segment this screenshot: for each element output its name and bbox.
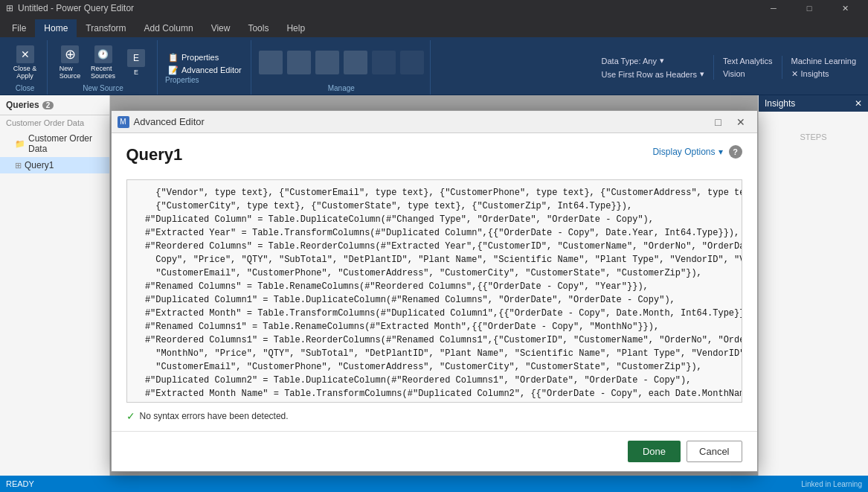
advanced-editor-dialog: M Advanced Editor □ ✕ Query1 Display xyxy=(111,110,758,472)
title-bar-left: ⊞ Untitled - Power Query Editor xyxy=(6,3,134,13)
properties-icon: 📋 xyxy=(168,53,179,63)
query-name-title: Query1 xyxy=(126,145,183,164)
dialog-titlebar: M Advanced Editor □ ✕ xyxy=(112,111,757,133)
icon-4[interactable] xyxy=(344,51,367,74)
status-bar: READY Linked in Learning xyxy=(0,476,868,492)
new-source-button[interactable]: ⊕ NewSource xyxy=(55,44,85,81)
code-editor[interactable]: {"Vendor", type text}, {"CustomerEmail",… xyxy=(126,179,742,403)
status-ready: READY xyxy=(6,479,34,488)
advanced-editor-icon: 📝 xyxy=(168,66,179,75)
linkedin-learning: Linked in Learning xyxy=(801,480,862,488)
title-bar-controls: ─ □ ✕ xyxy=(756,0,862,16)
recent-sources-button[interactable]: 🕐 RecentSources xyxy=(88,44,118,81)
tab-help[interactable]: Help xyxy=(277,19,314,37)
app-icon: ⊞ xyxy=(6,3,13,13)
dialog-title-left: M Advanced Editor xyxy=(118,116,205,128)
right-panel-content: STEPS xyxy=(759,127,868,153)
close-apply-icon: ✕ xyxy=(16,45,34,63)
ribbon-group-close: ✕ Close &Apply Close xyxy=(3,40,48,95)
tab-home[interactable]: Home xyxy=(35,19,77,37)
tab-transform[interactable]: Transform xyxy=(77,19,135,37)
first-row-button[interactable]: Use First Row as Headers ▾ xyxy=(599,68,707,80)
tab-tools[interactable]: Tools xyxy=(239,19,277,37)
sidebar-item-label-2: Query1 xyxy=(25,160,54,170)
icon-2[interactable] xyxy=(287,51,311,74)
dialog-maximize-button[interactable]: □ xyxy=(708,113,729,131)
ribbon: ✕ Close &Apply Close ⊕ NewSource 🕐 Recen… xyxy=(0,37,868,95)
queries-count: 2 xyxy=(42,101,54,109)
maximize-button[interactable]: □ xyxy=(792,0,826,16)
new-source-label: New Source xyxy=(83,84,123,95)
sidebar-item-label: Customer Order Data xyxy=(28,133,103,154)
right-panel-header: Insights ✕ xyxy=(759,95,868,112)
tab-add-column[interactable]: Add Column xyxy=(135,19,202,37)
data-type-button[interactable]: Data Type: Any ▾ xyxy=(599,55,707,66)
right-panel: Insights ✕ STEPS xyxy=(758,95,868,476)
ribbon-group-new-source: ⊕ NewSource 🕐 RecentSources E E New Sour… xyxy=(49,40,158,95)
folder-icon: 📁 xyxy=(15,139,25,149)
dialog-close-button[interactable]: ✕ xyxy=(730,113,751,131)
close-button[interactable]: ✕ xyxy=(828,0,862,16)
dialog-body: Query1 Display Options ▾ ? {" xyxy=(112,133,757,431)
close-apply-button[interactable]: ✕ Close &Apply xyxy=(10,44,40,81)
queries-header: Queries 2 xyxy=(0,95,109,115)
sidebar: Queries 2 Customer Order Data 📁 Customer… xyxy=(0,95,110,476)
enter-data-button[interactable]: E E xyxy=(121,48,151,77)
icon-5 xyxy=(372,51,396,74)
display-options-chevron: ▾ xyxy=(718,147,723,157)
icon-6 xyxy=(400,51,424,74)
dialog-footer: Done Cancel xyxy=(112,431,757,471)
sidebar-item-query1[interactable]: ⊞ Query1 xyxy=(0,157,109,173)
close-group-label: Close xyxy=(16,84,35,95)
sidebar-item-customer-order-data[interactable]: 📁 Customer Order Data xyxy=(0,130,109,157)
ribbon-group-manage: Manage xyxy=(253,40,431,95)
icon-3[interactable] xyxy=(315,51,339,74)
help-icon[interactable]: ? xyxy=(729,145,742,159)
display-options-button[interactable]: Display Options ▾ xyxy=(652,147,722,157)
dialog-title-text: Advanced Editor xyxy=(134,116,205,127)
dialog-controls: □ ✕ xyxy=(708,113,751,131)
tab-file[interactable]: File xyxy=(3,19,35,37)
icon-1[interactable] xyxy=(259,51,283,74)
window-title: Untitled - Power Query Editor xyxy=(18,3,134,13)
machine-learning-button[interactable]: Machine Learning xyxy=(788,56,859,66)
dialog-options-row: Display Options ▾ ? xyxy=(652,145,742,159)
content-area: M Advanced Editor □ ✕ Query1 Display xyxy=(110,95,758,476)
status-row: ✓ No syntax errors have been detected. xyxy=(126,410,742,422)
right-panel-title: Insights xyxy=(765,98,795,109)
new-source-icon: ⊕ xyxy=(61,45,79,63)
minimize-button[interactable]: ─ xyxy=(756,0,791,16)
status-check-icon: ✓ xyxy=(126,410,135,422)
insights-button[interactable]: ✕ Insights xyxy=(788,68,859,80)
tab-view[interactable]: View xyxy=(202,19,239,37)
ribbon-tabs: File Home Transform Add Column View Tool… xyxy=(0,16,868,37)
status-text: No syntax errors have been detected. xyxy=(140,411,289,421)
cancel-button[interactable]: Cancel xyxy=(687,441,742,462)
queries-label: Queries xyxy=(6,100,39,110)
recent-sources-icon: 🕐 xyxy=(94,45,112,63)
enter-data-icon: E xyxy=(127,49,145,67)
query-icon: ⊞ xyxy=(15,161,22,170)
close-insights-icon: ✕ xyxy=(791,69,798,79)
vision-button[interactable]: Vision xyxy=(720,68,776,79)
modal-overlay: M Advanced Editor □ ✕ Query1 Display xyxy=(110,95,758,476)
properties-button[interactable]: 📋 Properties xyxy=(165,52,245,63)
data-type-chevron: ▾ xyxy=(660,56,664,66)
text-analytics-button[interactable]: Text Analytics xyxy=(720,56,776,66)
done-button[interactable]: Done xyxy=(628,441,681,462)
advanced-editor-button[interactable]: 📝 Advanced Editor xyxy=(165,65,245,76)
first-row-chevron: ▾ xyxy=(700,69,704,79)
ribbon-right: Data Type: Any ▾ Use First Row as Header… xyxy=(599,40,865,95)
properties-label: Properties xyxy=(165,76,199,86)
dialog-title-icon: M xyxy=(118,116,129,128)
ribbon-group-properties: 📋 Properties 📝 Advanced Editor Propertie… xyxy=(159,40,251,95)
sidebar-group: Customer Order Data xyxy=(0,115,109,130)
manage-label: Manage xyxy=(328,84,355,95)
right-panel-close-icon[interactable]: ✕ xyxy=(855,98,862,109)
title-bar: ⊞ Untitled - Power Query Editor ─ □ ✕ xyxy=(0,0,868,16)
